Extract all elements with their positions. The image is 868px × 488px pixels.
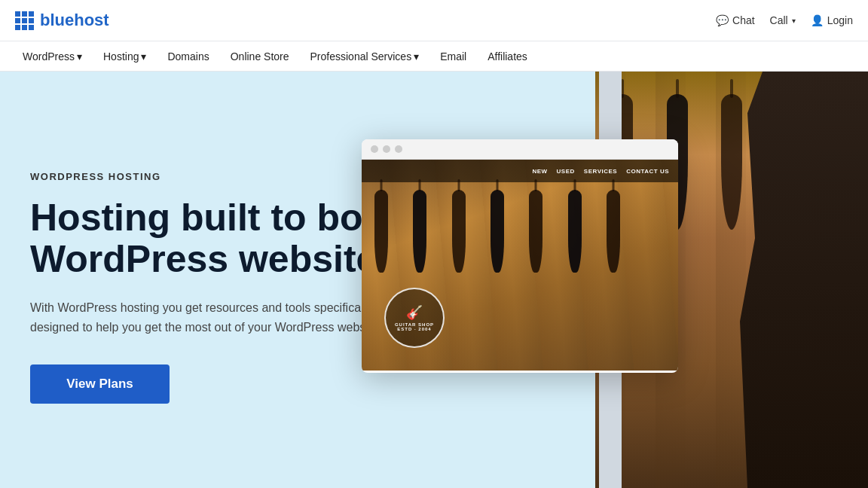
- logo-text[interactable]: bluehost: [40, 11, 109, 30]
- mini-guitar-1: [374, 190, 388, 273]
- header-actions: 💬 Chat Call ▾ 👤 Login: [716, 14, 853, 26]
- nav-wordpress-dropdown-icon: ▾: [77, 50, 82, 63]
- chat-icon: 💬: [716, 14, 729, 26]
- shop-nav-services: SERVICES: [584, 168, 617, 175]
- view-plans-button[interactable]: View Plans: [30, 364, 170, 404]
- mini-guitar-4: [491, 190, 504, 273]
- shop-nav-contact: CONTACT US: [626, 168, 669, 175]
- logo-icon: [15, 11, 34, 30]
- browser-dot-red: [371, 145, 378, 153]
- shop-nav-used: USED: [557, 168, 575, 175]
- call-label: Call: [770, 14, 788, 26]
- nav-item-email[interactable]: Email: [431, 46, 475, 67]
- nav-hosting-label: Hosting: [103, 50, 139, 63]
- nav-professional-services-label: Professional Services: [310, 50, 412, 63]
- chat-button[interactable]: 💬 Chat: [716, 14, 755, 26]
- call-button[interactable]: Call ▾: [770, 14, 796, 26]
- mini-guitar-5: [529, 190, 542, 273]
- browser-mockup: NEW USED SERVICES CONTACT US 🎸 GUITAR SH…: [362, 139, 678, 373]
- browser-dot-yellow: [383, 145, 390, 153]
- main-nav: WordPress ▾ Hosting ▾ Domains Online Sto…: [0, 41, 868, 72]
- header: bluehost 💬 Chat Call ▾ 👤 Login: [0, 0, 868, 41]
- guitar-shop-nav: NEW USED SERVICES CONTACT US: [362, 160, 678, 182]
- browser-topbar: [362, 139, 678, 160]
- nav-professional-services-dropdown-icon: ▾: [414, 50, 419, 63]
- mini-guitar-7: [607, 190, 620, 273]
- chat-label: Chat: [732, 14, 755, 26]
- nav-item-professional-services[interactable]: Professional Services ▾: [301, 46, 429, 67]
- call-dropdown-icon: ▾: [792, 17, 796, 25]
- nav-item-domains[interactable]: Domains: [158, 46, 218, 67]
- browser-dot-green: [395, 145, 402, 153]
- login-label: Login: [827, 14, 853, 26]
- login-button[interactable]: 👤 Login: [811, 14, 853, 26]
- nav-item-hosting[interactable]: Hosting ▾: [94, 46, 155, 67]
- guitar-shop-logo: 🎸 GUITAR SHOP ESTD · 2004: [384, 288, 445, 348]
- guitar-logo-subtext: ESTD · 2004: [397, 327, 431, 331]
- nav-hosting-dropdown-icon: ▾: [141, 50, 146, 63]
- nav-item-wordpress[interactable]: WordPress ▾: [14, 46, 91, 67]
- logo-area[interactable]: bluehost: [15, 11, 109, 30]
- user-icon: 👤: [811, 14, 824, 26]
- mini-guitar-2: [413, 190, 426, 273]
- shop-nav-new: NEW: [532, 168, 547, 175]
- guitar-sil-3: [721, 94, 742, 230]
- hero-section: WORDPRESS HOSTING Hosting built to boost…: [0, 72, 868, 488]
- browser-content: NEW USED SERVICES CONTACT US 🎸 GUITAR SH…: [362, 160, 678, 371]
- guitar-logo-icon: 🎸: [406, 304, 423, 321]
- nav-item-online-store[interactable]: Online Store: [222, 46, 298, 67]
- nav-wordpress-label: WordPress: [23, 50, 75, 63]
- nav-item-affiliates[interactable]: Affiliates: [478, 46, 536, 67]
- mini-guitar-6: [568, 190, 582, 273]
- mini-guitar-3: [452, 190, 466, 273]
- nav-email-label: Email: [440, 50, 466, 63]
- nav-domains-label: Domains: [167, 50, 209, 63]
- nav-affiliates-label: Affiliates: [487, 50, 527, 63]
- nav-online-store-label: Online Store: [231, 50, 289, 63]
